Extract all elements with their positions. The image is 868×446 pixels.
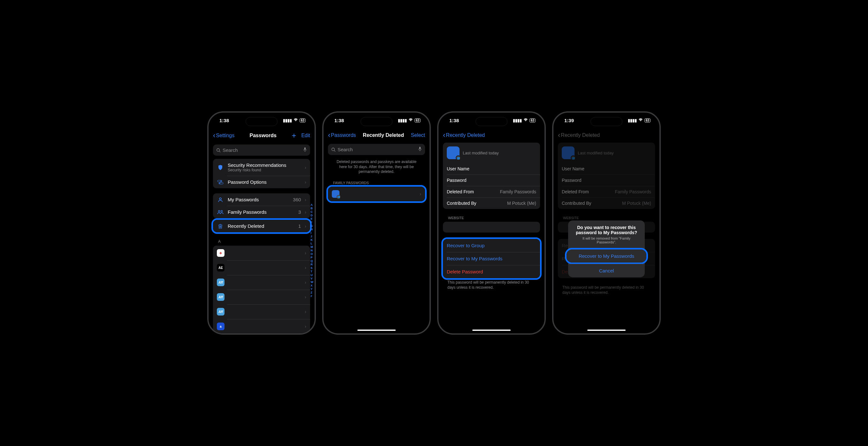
chevron-right-icon: ›	[305, 224, 306, 229]
app-icon: Aff	[217, 293, 224, 301]
family-passwords[interactable]: Family Passwords 3 ›	[213, 206, 310, 218]
app-icon: AE	[217, 264, 224, 272]
wifi-icon	[638, 118, 643, 123]
battery-icon: 63	[645, 118, 651, 123]
home-indicator[interactable]	[587, 330, 626, 331]
select-label: Select	[411, 132, 425, 138]
list-item[interactable]: Aff›	[213, 304, 310, 319]
chevron-right-icon: ›	[305, 210, 306, 215]
chevron-right-icon: ›	[305, 250, 306, 255]
chevron-left-icon: ‹	[558, 131, 560, 139]
phone-2: 1:38 ▮▮▮▮ 63 ‹ Passwords Recently Delete…	[322, 111, 431, 335]
shared-badge-icon: 👥	[456, 156, 461, 161]
recover-to-group-button[interactable]: Recover to Group	[443, 239, 540, 252]
back-button[interactable]: ‹ Settings	[213, 131, 235, 140]
shared-badge-icon: 👥	[571, 156, 576, 161]
list-item[interactable]: Aff›	[213, 275, 310, 290]
list-item[interactable]: Aff›	[213, 290, 310, 304]
signal-icon: ▮▮▮▮	[513, 118, 522, 123]
my-passwords[interactable]: My Passwords 360 ›	[213, 193, 310, 206]
search-input[interactable]: Search	[328, 144, 425, 155]
recover-to-my-passwords-button[interactable]: Recover to My Passwords	[443, 252, 540, 265]
search-placeholder: Search	[223, 147, 238, 153]
chevron-right-icon: ›	[305, 295, 306, 300]
cell-count: 1	[298, 223, 301, 229]
status-time: 1:39	[564, 118, 574, 123]
deleted-from-row: Deleted FromFamily Passwords	[443, 186, 540, 198]
chevron-right-icon: ›	[305, 180, 306, 185]
cell-sublabel: Security risks found	[228, 168, 301, 172]
delete-password-button[interactable]: Delete Password	[443, 265, 540, 278]
password-row[interactable]: Password	[443, 174, 540, 186]
highlight-actions: Recover to Group Recover to My Passwords…	[441, 237, 541, 280]
search-input[interactable]: Search	[213, 144, 310, 156]
status-right: ▮▮▮▮ 63	[283, 118, 306, 123]
people-icon	[217, 210, 224, 214]
chevron-right-icon: ›	[420, 192, 421, 197]
add-button[interactable]: +	[291, 131, 296, 140]
row-label: User Name	[447, 166, 469, 171]
recently-deleted[interactable]: Recently Deleted 1 ›	[213, 220, 310, 232]
svg-point-7	[219, 198, 221, 200]
battery-icon: 63	[529, 118, 535, 123]
person-icon	[217, 197, 224, 202]
security-recommendations[interactable]: Security Recommendations Security risks …	[213, 159, 310, 176]
chevron-left-icon: ‹	[328, 131, 330, 139]
cell-label: Recently Deleted	[228, 223, 294, 229]
app-icon: a	[217, 322, 224, 330]
highlight-deleted-item: 👥 ›	[327, 185, 427, 203]
alert-recover-button[interactable]: Recover to My Passwords	[566, 249, 646, 263]
back-label: Recently Deleted	[561, 132, 600, 138]
svg-point-0	[217, 148, 220, 151]
back-button: ‹ Recently Deleted	[558, 131, 600, 139]
cell-label: Security Recommendations	[228, 162, 301, 168]
list-item[interactable]: a›	[213, 319, 310, 333]
status-right: ▮▮▮▮ 63	[513, 118, 535, 123]
status-right: ▮▮▮▮ 63	[398, 118, 421, 123]
back-button[interactable]: ‹ Recently Deleted	[443, 131, 485, 139]
app-icon: 👥	[332, 190, 339, 198]
home-indicator[interactable]	[472, 330, 510, 331]
svg-point-6	[219, 183, 220, 184]
back-button[interactable]: ‹ Passwords	[328, 131, 356, 139]
password-options[interactable]: Password Options ›	[213, 176, 310, 188]
info-text: Deleted passwords and passkeys are avail…	[323, 158, 430, 179]
svg-line-11	[334, 150, 336, 151]
username-row[interactable]: User Name	[443, 163, 540, 174]
modified-label: Last modified today	[578, 150, 614, 156]
list-item[interactable]: AE›	[213, 260, 310, 275]
search-placeholder: Search	[338, 147, 353, 152]
contributed-by-row: Contributed ByM Potuck (Me)	[443, 198, 540, 209]
chevron-right-icon: ›	[305, 309, 306, 314]
battery-icon: 63	[414, 118, 421, 123]
search-icon	[216, 148, 221, 152]
row-label: Deleted From	[447, 189, 474, 194]
row-value: Family Passwords	[500, 189, 536, 194]
svg-point-8	[218, 210, 220, 212]
footer-note: This password will be permanently delete…	[443, 278, 540, 292]
list-item[interactable]: ✈›	[213, 246, 310, 260]
dynamic-island	[361, 117, 393, 126]
alert-cancel-button[interactable]: Cancel	[568, 264, 645, 277]
deleted-item[interactable]: 👥 ›	[328, 186, 425, 201]
shared-badge-icon: 👥	[337, 195, 340, 199]
website-field[interactable]	[443, 222, 540, 233]
home-indicator[interactable]	[358, 330, 396, 331]
select-button[interactable]: Select	[411, 132, 425, 138]
row-label: Contributed By	[447, 201, 476, 206]
nav-bar: ‹ Settings Passwords + Edit	[209, 128, 315, 143]
mic-icon[interactable]	[303, 147, 307, 153]
cell-count: 360	[293, 197, 301, 202]
row-label: Password	[447, 178, 466, 183]
cell-label: Password Options	[228, 179, 301, 185]
page-title: Passwords	[250, 133, 277, 138]
alpha-index[interactable]: ABCDEFGHIJKLMNOPQRSTUVWXYZ#	[311, 203, 314, 298]
cell-label: My Passwords	[228, 197, 289, 202]
trash-icon	[217, 224, 224, 229]
mic-icon[interactable]	[418, 146, 422, 152]
chevron-right-icon: ›	[305, 197, 306, 202]
shield-icon	[217, 165, 224, 170]
toggle-icon	[217, 180, 224, 184]
signal-icon: ▮▮▮▮	[628, 118, 637, 123]
edit-button[interactable]: Edit	[301, 133, 310, 138]
